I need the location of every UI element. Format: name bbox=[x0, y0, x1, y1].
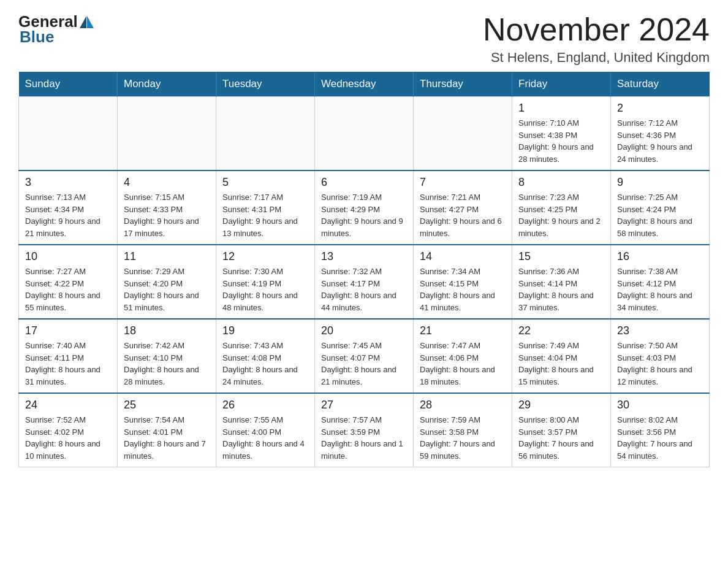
calendar-header-saturday: Saturday bbox=[611, 72, 710, 97]
calendar-cell bbox=[19, 97, 118, 171]
day-info: Sunrise: 7:47 AMSunset: 4:06 PMDaylight:… bbox=[420, 340, 506, 388]
calendar-cell: 8Sunrise: 7:23 AMSunset: 4:25 PMDaylight… bbox=[512, 170, 611, 245]
calendar-cell: 1Sunrise: 7:10 AMSunset: 4:38 PMDaylight… bbox=[512, 97, 611, 171]
day-info: Sunrise: 7:34 AMSunset: 4:15 PMDaylight:… bbox=[420, 266, 506, 313]
calendar-cell: 16Sunrise: 7:38 AMSunset: 4:12 PMDayligh… bbox=[611, 245, 710, 319]
day-info: Sunrise: 7:38 AMSunset: 4:12 PMDaylight:… bbox=[617, 266, 703, 313]
logo-blue-text: Blue bbox=[20, 28, 54, 47]
day-info: Sunrise: 7:54 AMSunset: 4:01 PMDaylight:… bbox=[124, 414, 210, 462]
calendar-cell: 26Sunrise: 7:55 AMSunset: 4:00 PMDayligh… bbox=[216, 393, 315, 467]
day-info: Sunrise: 7:15 AMSunset: 4:33 PMDaylight:… bbox=[124, 191, 210, 239]
calendar-cell: 23Sunrise: 7:50 AMSunset: 4:03 PMDayligh… bbox=[611, 319, 710, 393]
title-area: November 2024 St Helens, England, United… bbox=[483, 12, 710, 66]
day-number: 20 bbox=[321, 324, 407, 337]
day-info: Sunrise: 7:59 AMSunset: 3:58 PMDaylight:… bbox=[420, 414, 506, 462]
day-info: Sunrise: 7:17 AMSunset: 4:31 PMDaylight:… bbox=[222, 191, 308, 239]
calendar-cell bbox=[216, 97, 315, 171]
day-number: 27 bbox=[321, 399, 407, 412]
day-number: 26 bbox=[222, 399, 308, 412]
calendar-cell: 18Sunrise: 7:42 AMSunset: 4:10 PMDayligh… bbox=[118, 319, 216, 393]
day-number: 25 bbox=[124, 399, 210, 412]
calendar-week-row: 17Sunrise: 7:40 AMSunset: 4:11 PMDayligh… bbox=[19, 319, 710, 393]
day-number: 21 bbox=[420, 324, 506, 337]
calendar-cell: 6Sunrise: 7:19 AMSunset: 4:29 PMDaylight… bbox=[315, 170, 414, 245]
day-info: Sunrise: 7:45 AMSunset: 4:07 PMDaylight:… bbox=[321, 340, 407, 388]
day-info: Sunrise: 7:36 AMSunset: 4:14 PMDaylight:… bbox=[518, 266, 604, 313]
calendar-cell: 25Sunrise: 7:54 AMSunset: 4:01 PMDayligh… bbox=[118, 393, 216, 467]
calendar-cell: 5Sunrise: 7:17 AMSunset: 4:31 PMDaylight… bbox=[216, 170, 315, 245]
calendar-cell: 10Sunrise: 7:27 AMSunset: 4:22 PMDayligh… bbox=[19, 245, 118, 319]
calendar-cell bbox=[414, 97, 512, 171]
calendar-cell: 7Sunrise: 7:21 AMSunset: 4:27 PMDaylight… bbox=[414, 170, 512, 245]
day-number: 7 bbox=[420, 176, 506, 189]
day-info: Sunrise: 7:10 AMSunset: 4:38 PMDaylight:… bbox=[518, 117, 604, 165]
day-number: 29 bbox=[518, 399, 604, 412]
day-info: Sunrise: 7:30 AMSunset: 4:19 PMDaylight:… bbox=[222, 266, 308, 313]
day-info: Sunrise: 7:21 AMSunset: 4:27 PMDaylight:… bbox=[420, 191, 506, 239]
day-number: 24 bbox=[25, 399, 111, 412]
day-number: 4 bbox=[124, 176, 210, 189]
day-info: Sunrise: 8:02 AMSunset: 3:56 PMDaylight:… bbox=[617, 414, 703, 462]
day-number: 5 bbox=[222, 176, 308, 189]
calendar-header-row: SundayMondayTuesdayWednesdayThursdayFrid… bbox=[19, 72, 710, 97]
calendar-cell: 27Sunrise: 7:57 AMSunset: 3:59 PMDayligh… bbox=[315, 393, 414, 467]
day-info: Sunrise: 7:32 AMSunset: 4:17 PMDaylight:… bbox=[321, 266, 407, 313]
day-info: Sunrise: 7:40 AMSunset: 4:11 PMDaylight:… bbox=[25, 340, 111, 388]
calendar-cell: 19Sunrise: 7:43 AMSunset: 4:08 PMDayligh… bbox=[216, 319, 315, 393]
day-number: 17 bbox=[25, 324, 111, 337]
day-info: Sunrise: 7:25 AMSunset: 4:24 PMDaylight:… bbox=[617, 191, 703, 239]
calendar-cell: 29Sunrise: 8:00 AMSunset: 3:57 PMDayligh… bbox=[512, 393, 611, 467]
day-info: Sunrise: 7:43 AMSunset: 4:08 PMDaylight:… bbox=[222, 340, 308, 388]
day-info: Sunrise: 7:27 AMSunset: 4:22 PMDaylight:… bbox=[25, 266, 111, 313]
day-info: Sunrise: 7:12 AMSunset: 4:36 PMDaylight:… bbox=[617, 117, 703, 165]
day-info: Sunrise: 7:52 AMSunset: 4:02 PMDaylight:… bbox=[25, 414, 111, 462]
header: General Blue November 2024 St Helens, En… bbox=[18, 12, 710, 66]
day-info: Sunrise: 7:50 AMSunset: 4:03 PMDaylight:… bbox=[617, 340, 703, 388]
calendar-cell: 30Sunrise: 8:02 AMSunset: 3:56 PMDayligh… bbox=[611, 393, 710, 467]
day-info: Sunrise: 7:29 AMSunset: 4:20 PMDaylight:… bbox=[124, 266, 210, 313]
day-number: 12 bbox=[222, 250, 308, 263]
calendar-cell: 24Sunrise: 7:52 AMSunset: 4:02 PMDayligh… bbox=[19, 393, 118, 467]
calendar-week-row: 10Sunrise: 7:27 AMSunset: 4:22 PMDayligh… bbox=[19, 245, 710, 319]
day-info: Sunrise: 7:19 AMSunset: 4:29 PMDaylight:… bbox=[321, 191, 407, 239]
day-info: Sunrise: 7:13 AMSunset: 4:34 PMDaylight:… bbox=[25, 191, 111, 239]
calendar-cell: 3Sunrise: 7:13 AMSunset: 4:34 PMDaylight… bbox=[19, 170, 118, 245]
day-number: 15 bbox=[518, 250, 604, 263]
calendar-cell: 22Sunrise: 7:49 AMSunset: 4:04 PMDayligh… bbox=[512, 319, 611, 393]
day-number: 19 bbox=[222, 324, 308, 337]
day-number: 18 bbox=[124, 324, 210, 337]
calendar-cell: 11Sunrise: 7:29 AMSunset: 4:20 PMDayligh… bbox=[118, 245, 216, 319]
day-info: Sunrise: 7:57 AMSunset: 3:59 PMDaylight:… bbox=[321, 414, 407, 462]
logo-icon bbox=[80, 16, 94, 28]
day-number: 10 bbox=[25, 250, 111, 263]
calendar-cell: 13Sunrise: 7:32 AMSunset: 4:17 PMDayligh… bbox=[315, 245, 414, 319]
month-title: November 2024 bbox=[483, 12, 710, 47]
calendar-week-row: 24Sunrise: 7:52 AMSunset: 4:02 PMDayligh… bbox=[19, 393, 710, 467]
calendar-cell: 4Sunrise: 7:15 AMSunset: 4:33 PMDaylight… bbox=[118, 170, 216, 245]
day-info: Sunrise: 7:42 AMSunset: 4:10 PMDaylight:… bbox=[124, 340, 210, 388]
calendar-week-row: 3Sunrise: 7:13 AMSunset: 4:34 PMDaylight… bbox=[19, 170, 710, 245]
calendar-header-monday: Monday bbox=[118, 72, 216, 97]
day-number: 9 bbox=[617, 176, 703, 189]
logo: General Blue bbox=[18, 12, 94, 47]
triangle-dark-icon bbox=[80, 16, 86, 28]
day-number: 16 bbox=[617, 250, 703, 263]
day-number: 11 bbox=[124, 250, 210, 263]
calendar-cell: 21Sunrise: 7:47 AMSunset: 4:06 PMDayligh… bbox=[414, 319, 512, 393]
calendar-cell: 14Sunrise: 7:34 AMSunset: 4:15 PMDayligh… bbox=[414, 245, 512, 319]
calendar-header-friday: Friday bbox=[512, 72, 611, 97]
day-number: 28 bbox=[420, 399, 506, 412]
calendar-header-thursday: Thursday bbox=[414, 72, 512, 97]
day-info: Sunrise: 8:00 AMSunset: 3:57 PMDaylight:… bbox=[518, 414, 604, 462]
calendar-cell: 12Sunrise: 7:30 AMSunset: 4:19 PMDayligh… bbox=[216, 245, 315, 319]
day-number: 3 bbox=[25, 176, 111, 189]
calendar-cell: 15Sunrise: 7:36 AMSunset: 4:14 PMDayligh… bbox=[512, 245, 611, 319]
day-number: 2 bbox=[617, 102, 703, 115]
triangle-blue-icon bbox=[87, 16, 94, 28]
calendar-cell bbox=[118, 97, 216, 171]
calendar-header-wednesday: Wednesday bbox=[315, 72, 414, 97]
day-number: 23 bbox=[617, 324, 703, 337]
calendar-cell: 9Sunrise: 7:25 AMSunset: 4:24 PMDaylight… bbox=[611, 170, 710, 245]
day-number: 6 bbox=[321, 176, 407, 189]
calendar-cell bbox=[315, 97, 414, 171]
